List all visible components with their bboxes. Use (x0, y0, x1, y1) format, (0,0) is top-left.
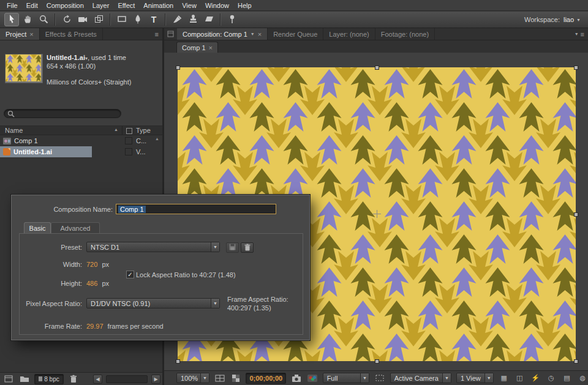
lock-aspect-label[interactable]: Lock Aspect Ratio to 40:27 (1.48) (136, 271, 236, 278)
eraser-tool-button[interactable] (202, 13, 216, 26)
rotate-tool-button[interactable] (59, 13, 74, 26)
pan-behind-tool-button[interactable] (91, 13, 106, 26)
tab-project[interactable]: Project × (0, 28, 40, 40)
clone-stamp-tool-button[interactable] (186, 13, 200, 26)
list-item[interactable]: Untitled-1.ai V... (0, 146, 162, 157)
hand-tool-button[interactable] (20, 13, 35, 26)
selection-handle[interactable] (176, 359, 180, 364)
tab-layer[interactable]: Layer: (none) (323, 28, 375, 40)
viewer-tab-comp1[interactable]: Comp 1 × (176, 42, 218, 53)
selection-handle[interactable] (574, 65, 578, 70)
menu-view[interactable]: View (178, 2, 201, 9)
width-value[interactable]: 720 (86, 261, 97, 268)
scroll-left-button[interactable]: ◀ (93, 375, 102, 384)
pen-tool-button[interactable] (130, 13, 145, 26)
type-tool-button[interactable]: T (146, 13, 161, 26)
exposure-icon[interactable]: ◍ (577, 373, 588, 383)
tab-effects-presets[interactable]: Effects & Presets (40, 28, 103, 40)
close-icon[interactable]: × (209, 44, 213, 51)
menu-composition[interactable]: Composition (42, 2, 88, 9)
camera-view-dropdown[interactable]: Active Camera ▼ (390, 373, 451, 383)
selection-handle[interactable] (574, 212, 578, 217)
fast-preview-icon[interactable]: ⚡ (530, 373, 541, 383)
snapshot-camera-icon[interactable] (291, 373, 302, 383)
tab-advanced[interactable]: Advanced (51, 222, 100, 234)
delete-preset-button[interactable] (241, 242, 254, 253)
selection-handle[interactable] (375, 359, 379, 364)
view-layout-icon[interactable]: ◫ (514, 373, 525, 383)
new-folder-icon[interactable] (18, 374, 31, 384)
panel-icon[interactable] (2, 374, 15, 384)
column-type[interactable]: Type (136, 127, 151, 134)
rectangle-tool-button[interactable] (115, 13, 129, 26)
label-color-swatch[interactable] (125, 148, 132, 155)
list-item[interactable]: Comp 1 C... (0, 135, 162, 146)
item-name[interactable]: Comp 1 (14, 137, 38, 144)
zoom-tool-button[interactable] (36, 13, 51, 26)
item-name[interactable]: Untitled-1.ai (13, 148, 52, 155)
safe-areas-icon[interactable] (214, 373, 225, 383)
selection-handle[interactable] (176, 65, 180, 70)
close-icon[interactable]: × (258, 31, 262, 38)
tab-composition[interactable]: Composition: Comp 1 ▼ × (177, 28, 268, 40)
menu-edit[interactable]: Edit (22, 2, 42, 9)
lock-aspect-checkbox[interactable]: ✓ (126, 271, 134, 278)
horizontal-scrollbar-track[interactable] (106, 375, 148, 383)
column-name[interactable]: Name (0, 127, 23, 134)
composition-name-input[interactable]: Comp 1 (116, 204, 276, 214)
menu-file[interactable]: File (2, 2, 22, 9)
frame-rate-value[interactable]: 29.97 (86, 323, 104, 330)
tab-footage[interactable]: Footage: (none) (375, 28, 435, 40)
scroll-right-button[interactable]: ▶ (151, 375, 160, 384)
column-divider[interactable] (122, 126, 123, 135)
magnification-dropdown[interactable]: 100% ▼ (176, 373, 209, 383)
item-title[interactable]: Untitled-1.ai (47, 54, 85, 61)
resolution-dropdown[interactable]: Full ▼ (323, 373, 369, 383)
puppet-pin-tool-button[interactable] (225, 13, 239, 26)
tab-render-queue[interactable]: Render Queue (268, 28, 323, 40)
toolbar-separator (110, 13, 111, 26)
panel-menu-button[interactable]: ▼ ≡ (571, 28, 588, 40)
item-title-line: Untitled-1.ai▾, used 1 time (47, 54, 126, 61)
grid-icon[interactable]: ▦ (499, 373, 510, 383)
height-value[interactable]: 486 (86, 280, 97, 287)
chevron-down-icon[interactable]: ▼ (251, 32, 255, 36)
menu-help[interactable]: Help (233, 2, 256, 9)
selection-tool-button[interactable] (4, 13, 19, 26)
workspace-select[interactable]: liao ▼ (564, 16, 581, 23)
panel-menu-button[interactable]: ≡ (151, 28, 162, 40)
menu-effect[interactable]: Effect (113, 2, 139, 9)
view-layout-dropdown[interactable]: 1 View ▼ (456, 373, 494, 383)
close-icon[interactable]: × (29, 31, 33, 38)
scrollbar-up-icon[interactable]: ▲ (155, 136, 159, 141)
stamp-icon (189, 15, 198, 24)
label-color-swatch[interactable] (125, 137, 132, 144)
pixel-aspect-ratio-dropdown[interactable]: D1/DV NTSC (0.91) ▼ (86, 298, 220, 308)
bit-depth-button[interactable]: 8 bpc (34, 374, 64, 384)
sort-ascending-icon[interactable]: ▲ (114, 127, 118, 132)
anchor-point-crosshair[interactable] (373, 210, 381, 218)
pan-behind-icon (94, 15, 104, 25)
preset-dropdown[interactable]: NTSC D1 ▼ (86, 242, 220, 252)
selection-handle[interactable] (375, 65, 379, 70)
list-header[interactable]: Name ▲ Type (0, 126, 162, 135)
search-input[interactable] (4, 109, 121, 118)
menu-window[interactable]: Window (201, 2, 233, 9)
camera-tool-button[interactable] (75, 13, 90, 26)
menu-animation[interactable]: Animation (139, 2, 178, 9)
timeline-icon[interactable]: ◷ (546, 373, 557, 383)
region-of-interest-icon[interactable] (374, 373, 385, 383)
brush-tool-button[interactable] (170, 13, 184, 26)
flowchart-icon[interactable]: ▤ (562, 373, 573, 383)
tab-basic[interactable]: Basic (24, 222, 51, 234)
trash-icon[interactable] (67, 374, 80, 384)
menu-layer[interactable]: Layer (88, 2, 114, 9)
label-column-icon[interactable] (126, 128, 132, 134)
selection-handle[interactable] (574, 359, 578, 364)
channels-icon[interactable] (307, 373, 318, 383)
panel-menu-icon: ≡ (581, 31, 584, 38)
item-thumbnail[interactable] (5, 54, 43, 83)
save-preset-button[interactable] (226, 242, 239, 253)
timecode-field[interactable]: 0;00;00;00 (246, 373, 286, 384)
transparency-grid-icon[interactable] (230, 373, 241, 383)
